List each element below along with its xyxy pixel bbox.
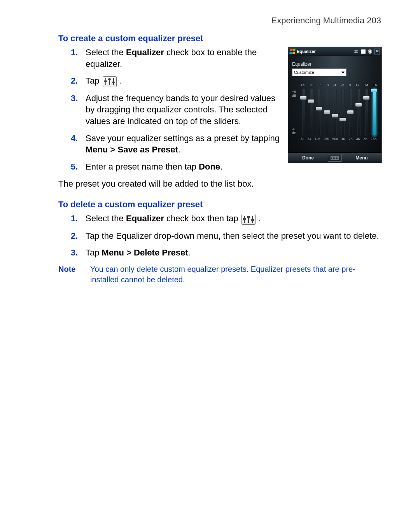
slider-thumb[interactable] xyxy=(332,114,338,117)
step-number: 4. xyxy=(71,133,78,144)
band-slider[interactable] xyxy=(324,89,330,135)
section-title-delete: To delete a custom equalizer preset xyxy=(58,199,381,210)
band-freq: 32 xyxy=(301,137,304,141)
band-slider[interactable] xyxy=(301,89,306,135)
band-slider[interactable] xyxy=(364,89,369,135)
step-text: Adjust the frequency bands to your desir… xyxy=(86,93,275,126)
step-text: . xyxy=(188,248,191,257)
signal-icon[interactable] xyxy=(361,49,366,54)
step-number: 5. xyxy=(71,161,78,173)
band-value: +4 xyxy=(301,83,304,87)
step-number: 3. xyxy=(71,93,78,104)
band-value: 0 xyxy=(327,83,329,87)
note-block: Note You can only delete custom equalize… xyxy=(58,264,381,285)
band-value: +2 xyxy=(355,83,359,87)
note-label: Note xyxy=(58,264,79,285)
step-3: 3. Tap Menu > Delete Preset. xyxy=(86,247,381,259)
windows-flag-icon[interactable] xyxy=(289,49,296,54)
step-1: 1. Select the Equalizer check box to ena… xyxy=(86,47,280,70)
close-icon[interactable]: ✕ xyxy=(374,49,380,54)
band-value: 0 xyxy=(349,83,351,87)
band-slider[interactable] xyxy=(340,89,345,135)
softkey-bar: Done Menu xyxy=(288,152,382,163)
step-1: 1. Select the Equalizer check box then t… xyxy=(86,213,381,224)
step-text: Enter a preset name then tap xyxy=(86,162,199,171)
step-4: 4. Save your equalizer settings as a pre… xyxy=(86,133,280,156)
step-text: Select the xyxy=(86,47,126,57)
step-text: Save your equalizer settings as a preset… xyxy=(86,133,280,143)
preset-value: Customize xyxy=(294,70,314,75)
slider-thumb[interactable] xyxy=(363,96,369,100)
slider-track xyxy=(318,89,321,136)
band-slider[interactable] xyxy=(348,89,353,135)
step-text: Tap xyxy=(86,248,102,257)
slider-track xyxy=(310,89,313,136)
step-number: 3. xyxy=(71,247,78,259)
band-freq: 125 xyxy=(315,137,320,141)
panel-label: Equalizer xyxy=(292,61,378,67)
note-text: You can only delete custom equalizer pre… xyxy=(90,264,381,285)
band-values-row: +4+3+10-1-20+2+4+6 xyxy=(292,83,378,87)
sliders-icon xyxy=(103,76,117,87)
device-titlebar: Equalizer ✕ xyxy=(288,47,382,56)
slider-track xyxy=(334,89,337,136)
step-text: . xyxy=(256,213,261,223)
slider-thumb[interactable] xyxy=(340,118,346,121)
step-text: Tap the Equalizer drop-down menu, then s… xyxy=(86,231,379,241)
section-title-create: To create a custom equalizer preset xyxy=(58,33,381,44)
chevron-down-icon xyxy=(341,72,345,73)
band-slider[interactable] xyxy=(316,89,322,135)
bold-done: Done xyxy=(199,162,220,171)
speaker-mute-icon[interactable] xyxy=(368,49,373,54)
window-title: Equalizer xyxy=(297,49,316,54)
band-freq: 8K xyxy=(364,137,368,141)
slider-thumb[interactable] xyxy=(324,110,330,114)
band-freq: 250 xyxy=(324,137,329,141)
band-freq: 500 xyxy=(332,137,338,141)
slider-thumb[interactable] xyxy=(371,89,377,92)
step-text: . xyxy=(117,76,122,86)
step-text: Tap xyxy=(86,76,102,86)
equalizer-area: +6 dB -6 dB +4+3+10-1-20+2+4+6 326412525… xyxy=(292,83,378,149)
band-slider[interactable] xyxy=(308,89,314,135)
bold-equalizer: Equalizer xyxy=(126,213,164,223)
slider-thumb[interactable] xyxy=(347,110,354,114)
softkey-done[interactable]: Done xyxy=(288,155,328,161)
bold-menu-delete: Menu > Delete Preset xyxy=(102,248,188,257)
preset-dropdown[interactable]: Customize xyxy=(292,68,346,76)
step-2: 2. Tap the Equalizer drop-down menu, the… xyxy=(86,230,381,242)
band-slider[interactable] xyxy=(356,89,361,135)
steps-delete: 1. Select the Equalizer check box then t… xyxy=(58,213,381,259)
band-sliders-row xyxy=(292,87,378,135)
bold-menu-save: Menu > Save as Preset xyxy=(86,145,178,154)
step-text: . xyxy=(220,162,222,171)
band-freqs-row: 32641252505001K2K4K8K16K xyxy=(292,135,378,141)
step-3: 3. Adjust the frequency bands to your de… xyxy=(86,93,280,127)
slider-thumb[interactable] xyxy=(300,96,306,100)
band-value: +3 xyxy=(309,83,313,87)
keyboard-icon[interactable] xyxy=(328,154,342,162)
slider-thumb[interactable] xyxy=(316,107,322,110)
device-screenshot: Equalizer ✕ Equalizer Customize + xyxy=(288,47,382,163)
band-slider[interactable] xyxy=(371,89,377,135)
band-freq: 2K xyxy=(349,137,353,141)
step-number: 1. xyxy=(71,213,78,224)
sliders-icon xyxy=(242,214,256,225)
band-freq: 4K xyxy=(356,137,360,141)
slider-track xyxy=(341,89,345,136)
sync-icon[interactable] xyxy=(354,49,359,54)
band-slider[interactable] xyxy=(332,89,338,135)
step-number: 2. xyxy=(71,230,78,242)
band-value: +4 xyxy=(364,83,368,87)
step-text: check box then tap xyxy=(164,213,241,223)
slider-thumb[interactable] xyxy=(308,100,314,103)
band-value: -2 xyxy=(341,83,344,87)
step-2: 2. Tap . xyxy=(86,75,280,87)
band-freq: 1K xyxy=(341,137,345,141)
band-value: +6 xyxy=(373,83,377,87)
step-5: 5. Enter a preset name then tap Done. xyxy=(86,161,280,173)
slider-thumb[interactable] xyxy=(355,103,362,107)
softkey-menu[interactable]: Menu xyxy=(342,155,382,161)
band-value: +1 xyxy=(318,83,322,87)
after-steps-text: The preset you created will be added to … xyxy=(58,178,280,190)
